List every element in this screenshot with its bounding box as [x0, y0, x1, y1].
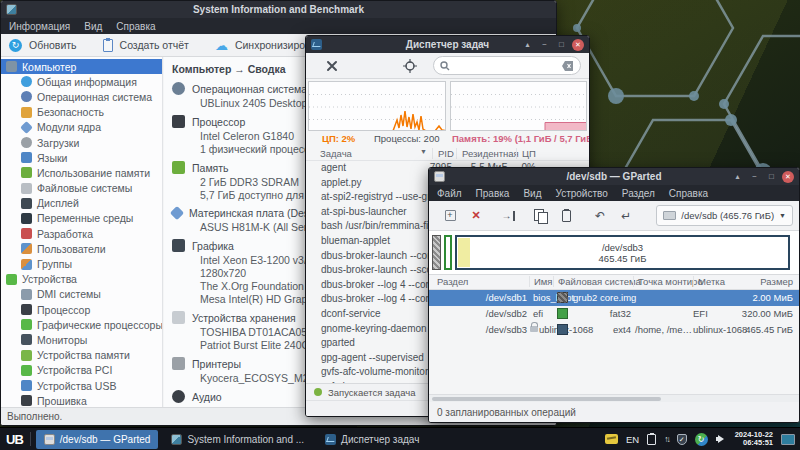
taskbar-item-hardinfo[interactable]: System Information and ... — [163, 430, 312, 449]
paste-icon[interactable] — [553, 208, 579, 224]
sidebar-item-languages[interactable]: Языки — [1, 150, 162, 165]
app-menu-button[interactable]: UB — [6, 432, 23, 447]
cpu-usage-label: ЦП: 2% — [322, 133, 355, 144]
apply-icon[interactable]: ↵ — [613, 208, 639, 224]
sidebar-item-usb[interactable]: Устройства USB — [1, 378, 162, 393]
maximize-button[interactable]: □ — [555, 39, 568, 51]
target-icon[interactable] — [402, 58, 418, 74]
updates-icon[interactable]: ↻ — [695, 433, 708, 446]
menu-information[interactable]: Информация — [9, 21, 70, 32]
sidebar-item-general-info[interactable]: Общая информация — [1, 74, 162, 89]
partition-block-sdb1[interactable] — [432, 235, 441, 270]
task-manager-titlebar[interactable]: Диспетчер задач ▴ − □ ✕ — [306, 36, 589, 53]
keep-above-button[interactable]: ▴ — [521, 39, 534, 51]
menu-edit[interactable]: Правка — [476, 188, 510, 199]
resize-partition-icon[interactable]: → — [495, 208, 521, 224]
sidebar-item-boots[interactable]: Загрузки — [1, 135, 162, 150]
sidebar-item-dmi[interactable]: DMI системы — [1, 287, 162, 302]
graph-labels: ЦП: 2% Процессы: 200 Память: 19% (1,1 Ги… — [306, 133, 589, 145]
menu-help[interactable]: Справка — [116, 21, 155, 32]
minimize-button[interactable]: − — [748, 171, 761, 183]
taskbar-item-task-manager[interactable]: Диспетчер задач — [317, 430, 427, 449]
maximize-button[interactable]: □ — [765, 171, 778, 183]
printer-icon — [172, 357, 185, 370]
menu-help[interactable]: Справка — [669, 188, 708, 199]
sidebar-item-processor[interactable]: Процессор — [1, 302, 162, 317]
menu-device[interactable]: Устройство — [555, 188, 607, 199]
menu-partition[interactable]: Раздел — [622, 188, 655, 199]
partition-table-header: Раздел Имя Файловая система Точка монтир… — [429, 275, 799, 290]
close-button[interactable]: ✕ — [572, 39, 584, 51]
delete-partition-icon[interactable]: ✕ — [463, 208, 489, 224]
keep-above-button[interactable]: ▴ — [731, 171, 744, 183]
sidebar-item-groups[interactable]: Группы — [1, 256, 162, 271]
keyboard-layout-indicator[interactable]: EN — [626, 434, 639, 445]
hardinfo-titlebar[interactable]: System Information and Benchmark — [1, 1, 556, 18]
os-gear-icon — [172, 82, 185, 95]
partition-row-sdb1[interactable]: /dev/sdb1 bios_boot grub2 core.img 2.00 … — [429, 290, 799, 306]
tray-app-icon[interactable] — [605, 434, 618, 444]
menu-file[interactable]: Файл — [437, 188, 462, 199]
partition-block-sdb2[interactable] — [444, 235, 452, 270]
volume-icon[interactable] — [716, 434, 727, 444]
chevron-down-icon: ▼ — [779, 212, 786, 219]
sidebar-item-pci[interactable]: Устройства PCI — [1, 363, 162, 378]
menu-view[interactable]: Вид — [84, 21, 102, 32]
shield-check-icon[interactable]: ✓ — [677, 434, 687, 445]
sidebar-item-users[interactable]: Пользователи — [1, 241, 162, 256]
sidebar-item-devices[interactable]: Устройства — [1, 272, 162, 287]
column-pid[interactable]: PID — [432, 148, 454, 159]
partition-row-sdb3[interactable]: /dev/sdb3 ublinux-1068 ext4 /home, /me… … — [429, 322, 799, 338]
device-selector[interactable]: /dev/sdb (465.76 ГиБ) ▼ — [656, 205, 793, 226]
sidebar-item-filesystems[interactable]: Файловые системы — [1, 181, 162, 196]
gparted-window: /dev/sdb — GParted ▴ − □ ✕ Файл Правка В… — [428, 167, 800, 423]
sidebar-item-security[interactable]: Безопасность — [1, 105, 162, 120]
column-partition[interactable]: Раздел — [433, 276, 468, 287]
close-button[interactable]: ✕ — [782, 171, 794, 183]
system-tray: EN ↑↓ ✓ ↻ 2024-10-22 06:45:51 — [605, 431, 800, 448]
fs-swatch-fat32 — [557, 308, 568, 319]
sidebar-item-os[interactable]: Операционная система — [1, 89, 162, 104]
column-label[interactable]: Метка — [693, 276, 725, 287]
undo-icon[interactable]: ↶ — [587, 208, 613, 224]
column-name[interactable]: Имя — [529, 276, 553, 287]
sidebar-item-gpus[interactable]: Графические процессоры — [1, 317, 162, 332]
menu-view[interactable]: Вид — [523, 188, 541, 199]
clock[interactable]: 2024-10-22 06:45:51 — [735, 431, 773, 448]
sidebar-item-monitors[interactable]: Мониторы — [1, 332, 162, 347]
taskbar-item-gparted[interactable]: /dev/sdb — GParted — [36, 430, 159, 449]
sidebar-item-display[interactable]: Дисплей — [1, 196, 162, 211]
gear-icon — [21, 91, 32, 102]
minimize-button[interactable]: − — [538, 39, 551, 51]
column-resident[interactable]: Резидентная — [456, 148, 519, 159]
sidebar-item-memory-devices[interactable]: Устройства памяти — [1, 348, 162, 363]
copy-icon[interactable] — [527, 208, 553, 224]
search-input[interactable] — [454, 60, 558, 71]
show-desktop-icon[interactable] — [781, 434, 795, 445]
network-icon[interactable]: ↑↓ — [664, 434, 669, 444]
generate-report-button[interactable]: Создать отчёт — [103, 39, 189, 52]
clipboard-icon[interactable] — [647, 434, 656, 445]
column-filesystem[interactable]: Файловая система — [553, 276, 641, 287]
hardinfo-app-icon — [6, 4, 17, 15]
partition-row-sdb2[interactable]: /dev/sdb2 efi fat32 EFI 320.00 МиБ — [429, 306, 799, 322]
dmi-icon — [21, 289, 32, 300]
sidebar-item-computer[interactable]: Компьютер — [1, 59, 162, 74]
clear-search-icon[interactable] — [562, 61, 574, 71]
sidebar-item-memory-usage[interactable]: Использование памяти — [1, 165, 162, 180]
column-size[interactable]: Размер — [735, 276, 793, 287]
column-task[interactable]: Задача — [320, 148, 352, 159]
sidebar-item-env-vars[interactable]: Переменные среды — [1, 211, 162, 226]
refresh-button[interactable]: ↻Обновить — [9, 39, 77, 52]
sort-indicator-icon[interactable]: ▼ — [420, 148, 427, 155]
sidebar-item-kernel-modules[interactable]: Модули ядра — [1, 120, 162, 135]
column-cpu[interactable]: ЦП — [516, 148, 536, 159]
horizontal-scrollbar[interactable] — [429, 394, 799, 402]
gparted-titlebar[interactable]: /dev/sdb — GParted ▴ − □ ✕ — [429, 168, 799, 185]
sidebar-item-development[interactable]: Разработка — [1, 226, 162, 241]
partition-block-sdb3[interactable]: /dev/sdb3 465.45 ГиБ — [455, 235, 790, 270]
search-box[interactable] — [433, 56, 581, 75]
new-partition-icon[interactable]: + — [437, 208, 463, 224]
settings-icon[interactable] — [324, 58, 340, 74]
sidebar-item-firmware[interactable]: Прошивка — [1, 393, 162, 407]
